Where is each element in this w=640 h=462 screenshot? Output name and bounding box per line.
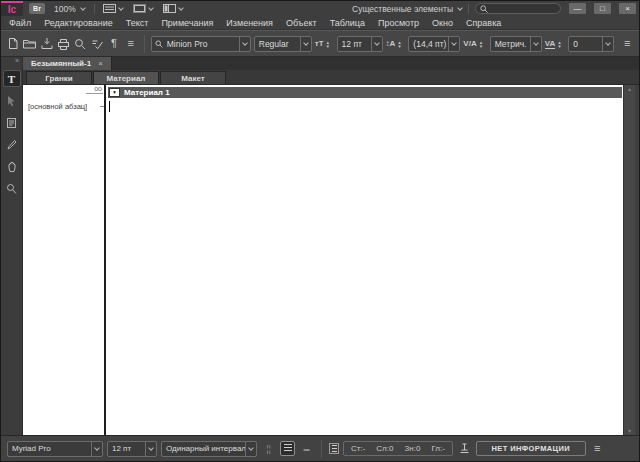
- assignment-status-button[interactable]: НЕТ ИНФОРМАЦИИ: [476, 441, 586, 456]
- hand-tool[interactable]: [3, 158, 21, 175]
- zoom-level-dropdown[interactable]: 100%: [51, 4, 88, 14]
- app-search[interactable]: [475, 3, 561, 14]
- position-tool[interactable]: [3, 92, 21, 109]
- type-tool[interactable]: T: [3, 70, 21, 87]
- chevron-down-icon: [530, 37, 541, 51]
- paragraph-style-column: оо [основной абзац]: [23, 85, 104, 435]
- menu-window[interactable]: Окно: [432, 18, 453, 28]
- story-header: ▼ Материал 1: [108, 87, 622, 98]
- scroll-down-icon[interactable]: ▾: [628, 428, 631, 434]
- menu-type[interactable]: Текст: [126, 18, 149, 28]
- statusbar-menu-button[interactable]: ≡: [590, 441, 605, 456]
- font-style-value: Regular: [255, 39, 300, 49]
- font-search-icon: [152, 40, 163, 48]
- print-icon: [57, 38, 70, 50]
- ruler-tick: [100, 106, 104, 107]
- menu-notes[interactable]: Примечания: [161, 18, 213, 28]
- kerning-stepper[interactable]: ▴▾: [480, 40, 487, 48]
- spellcheck-button[interactable]: [90, 35, 104, 52]
- menu-table[interactable]: Таблица: [330, 18, 365, 28]
- zoom-level-value: 100%: [54, 4, 76, 14]
- open-folder-icon: [23, 38, 36, 49]
- menu-changes[interactable]: Изменения: [226, 18, 273, 28]
- app-search-input[interactable]: [491, 4, 556, 13]
- view-tab-strip: Гранки Материал Макет: [23, 70, 639, 85]
- zoom-tool-icon: [6, 183, 17, 195]
- font-size-value: 12 пт: [338, 39, 371, 49]
- view-options-dropdown[interactable]: [101, 4, 125, 13]
- leading-stepper[interactable]: ▴▾: [398, 40, 405, 48]
- vertical-scrollbar[interactable]: ▴ ▾: [623, 85, 635, 435]
- workspace-name: Существенные элементы: [352, 4, 453, 14]
- workspace-switcher[interactable]: Существенные элементы: [352, 4, 462, 14]
- leading-dropdown[interactable]: (14,4 пт): [408, 36, 460, 52]
- open-button[interactable]: [23, 35, 37, 52]
- scroll-up-icon[interactable]: ▴: [628, 86, 631, 92]
- grip-icon: ▬: [304, 446, 310, 452]
- font-style-dropdown[interactable]: Regular: [254, 36, 312, 52]
- minimize-button[interactable]: —: [569, 3, 586, 14]
- text-cursor: [109, 101, 110, 112]
- grip-handle[interactable]: ▬: [299, 441, 314, 456]
- save-button[interactable]: [40, 35, 54, 52]
- status-font-family-value: Myriad Pro: [8, 444, 91, 453]
- print-button[interactable]: [57, 35, 71, 52]
- show-hidden-characters-button[interactable]: ¶: [107, 35, 121, 52]
- status-font-size-value: 12 пт: [108, 444, 145, 453]
- maximize-icon: □: [600, 5, 605, 13]
- bridge-button[interactable]: Br: [29, 3, 45, 14]
- kerning-dropdown[interactable]: Метрич.: [490, 36, 542, 52]
- zoom-tool[interactable]: [3, 180, 21, 197]
- menu-view[interactable]: Просмотр: [378, 18, 419, 28]
- minimize-icon: —: [574, 5, 582, 13]
- panel-collapse-icon[interactable]: »: [15, 57, 22, 65]
- collapse-triangle-icon: ▼: [112, 90, 117, 95]
- toolbar-customize-button[interactable]: ≡: [124, 35, 138, 52]
- tracking-dropdown[interactable]: 0: [568, 36, 614, 52]
- menu-file[interactable]: Файл: [9, 18, 31, 28]
- divider: [468, 4, 469, 14]
- maximize-button[interactable]: □: [594, 3, 611, 14]
- chevron-down-icon: [245, 442, 256, 456]
- line-spacing-dropdown[interactable]: Одинарный интервал: [161, 441, 257, 457]
- overset-indicator-icon: ¦¦: [266, 444, 271, 454]
- search-icon: [74, 38, 86, 50]
- copyfit-update-button[interactable]: [457, 440, 472, 457]
- tracking-stepper[interactable]: ▴▾: [558, 40, 565, 48]
- tracking-value: 0: [569, 39, 602, 49]
- menu-edit[interactable]: Редактирование: [44, 18, 113, 28]
- find-button[interactable]: [73, 35, 87, 52]
- kerning-value: Метрич.: [491, 39, 530, 49]
- menu-help[interactable]: Справка: [466, 18, 501, 28]
- font-family-dropdown[interactable]: Minion Pro: [151, 36, 251, 52]
- titlebar: Ic Br 100% Существенные элементы —: [1, 1, 639, 16]
- panel-menu-button[interactable]: ≡: [620, 35, 634, 52]
- arrange-documents-dropdown[interactable]: [161, 4, 185, 13]
- document-tab[interactable]: Безымянный-1 ×: [23, 57, 112, 70]
- screen-mode-dropdown[interactable]: [131, 4, 155, 13]
- copyfit-page-icon: [329, 443, 339, 454]
- overset-indicator-toggle[interactable]: ¦¦: [261, 441, 276, 456]
- font-size-stepper[interactable]: ▴▾: [327, 40, 334, 48]
- eyedropper-tool[interactable]: [3, 136, 21, 153]
- close-button[interactable]: ×: [619, 3, 636, 14]
- note-tool[interactable]: [3, 114, 21, 131]
- tools-panel: » T: [1, 57, 23, 435]
- tab-story-label: Материал: [107, 74, 146, 83]
- menu-object[interactable]: Объект: [286, 18, 317, 28]
- story-text-area[interactable]: ▼ Материал 1: [106, 85, 623, 435]
- story-collapse-button[interactable]: ▼: [109, 88, 120, 97]
- tab-close-icon[interactable]: ×: [98, 59, 103, 68]
- tab-galley[interactable]: Гранки: [26, 71, 92, 84]
- control-toolbar: ¶ ≡ Minion Pro Regular тТ ▴▾ 12 пт ↕A ▴▾…: [1, 30, 639, 57]
- tab-story[interactable]: Материал: [93, 71, 159, 84]
- status-font-size-dropdown[interactable]: 12 пт: [107, 441, 157, 457]
- font-size-dropdown[interactable]: 12 пт: [337, 36, 383, 52]
- close-icon: ×: [625, 5, 630, 13]
- new-document-button[interactable]: [6, 35, 20, 52]
- tab-layout[interactable]: Макет: [160, 71, 226, 84]
- chevron-down-icon: [148, 5, 154, 11]
- chevron-down-icon: [239, 37, 250, 51]
- info-column-toggle[interactable]: [280, 441, 295, 456]
- status-font-family-dropdown[interactable]: Myriad Pro: [7, 441, 103, 457]
